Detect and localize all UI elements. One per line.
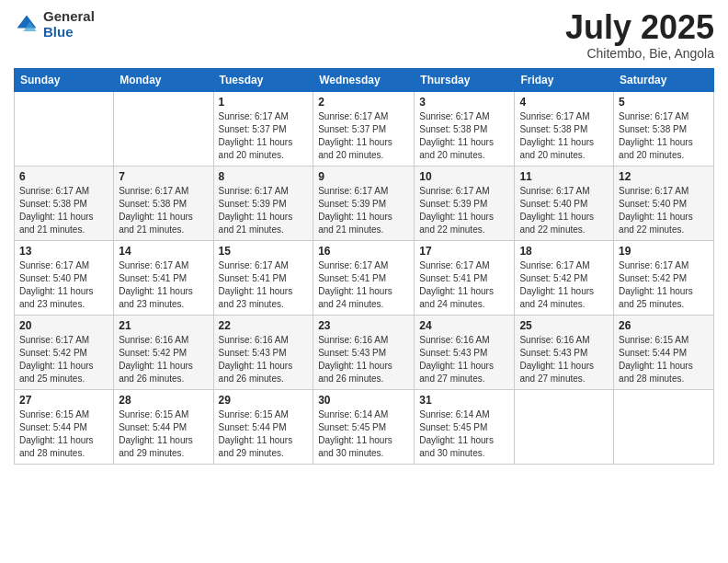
day-number: 29 [219, 394, 309, 407]
logo: General Blue [14, 9, 95, 40]
day-cell: 8Sunrise: 6:17 AMSunset: 5:39 PMDaylight… [213, 166, 313, 240]
day-number: 30 [318, 394, 409, 407]
header: General Blue July 2025 Chitembo, Bie, An… [14, 9, 714, 61]
day-info: Sunrise: 6:17 AMSunset: 5:42 PMDaylight:… [619, 259, 709, 311]
day-number: 4 [519, 96, 609, 109]
day-number: 5 [619, 96, 709, 109]
day-info: Sunrise: 6:14 AMSunset: 5:45 PMDaylight:… [419, 408, 509, 460]
day-cell: 9Sunrise: 6:17 AMSunset: 5:39 PMDaylight… [313, 166, 415, 240]
day-cell: 24Sunrise: 6:16 AMSunset: 5:43 PMDayligh… [415, 315, 515, 389]
day-number: 7 [119, 170, 208, 183]
day-info: Sunrise: 6:17 AMSunset: 5:37 PMDaylight:… [219, 110, 309, 162]
week-row-5: 27Sunrise: 6:15 AMSunset: 5:44 PMDayligh… [15, 389, 714, 464]
day-number: 15 [219, 245, 309, 258]
day-number: 28 [119, 394, 208, 407]
day-info: Sunrise: 6:17 AMSunset: 5:39 PMDaylight:… [318, 185, 409, 236]
day-cell: 13Sunrise: 6:17 AMSunset: 5:40 PMDayligh… [15, 240, 114, 315]
day-number: 22 [219, 319, 309, 332]
day-cell: 20Sunrise: 6:17 AMSunset: 5:42 PMDayligh… [15, 315, 114, 389]
day-info: Sunrise: 6:17 AMSunset: 5:38 PMDaylight:… [619, 110, 709, 162]
col-thursday: Thursday [415, 68, 515, 91]
day-number: 19 [619, 245, 709, 258]
day-number: 27 [19, 394, 108, 407]
day-number: 14 [119, 245, 208, 258]
day-number: 10 [419, 170, 509, 183]
col-sunday: Sunday [15, 68, 114, 91]
day-number: 26 [619, 319, 709, 332]
day-cell: 7Sunrise: 6:17 AMSunset: 5:38 PMDaylight… [114, 166, 213, 240]
col-wednesday: Wednesday [313, 68, 415, 91]
day-cell: 27Sunrise: 6:15 AMSunset: 5:44 PMDayligh… [15, 389, 114, 464]
day-info: Sunrise: 6:17 AMSunset: 5:41 PMDaylight:… [219, 259, 309, 311]
day-info: Sunrise: 6:17 AMSunset: 5:38 PMDaylight:… [419, 110, 509, 162]
day-cell: 23Sunrise: 6:16 AMSunset: 5:43 PMDayligh… [313, 315, 415, 389]
day-info: Sunrise: 6:17 AMSunset: 5:41 PMDaylight:… [419, 259, 509, 311]
calendar-table: Sunday Monday Tuesday Wednesday Thursday… [14, 68, 714, 465]
day-cell: 26Sunrise: 6:15 AMSunset: 5:44 PMDayligh… [614, 315, 714, 389]
day-number: 9 [318, 170, 409, 183]
day-cell: 29Sunrise: 6:15 AMSunset: 5:44 PMDayligh… [213, 389, 313, 464]
day-cell: 6Sunrise: 6:17 AMSunset: 5:38 PMDaylight… [15, 166, 114, 240]
day-cell: 12Sunrise: 6:17 AMSunset: 5:40 PMDayligh… [614, 166, 714, 240]
day-info: Sunrise: 6:17 AMSunset: 5:41 PMDaylight:… [318, 259, 409, 311]
day-cell [515, 389, 614, 464]
day-info: Sunrise: 6:15 AMSunset: 5:44 PMDaylight:… [219, 408, 309, 460]
day-cell: 30Sunrise: 6:14 AMSunset: 5:45 PMDayligh… [313, 389, 415, 464]
day-number: 24 [419, 319, 509, 332]
day-cell: 31Sunrise: 6:14 AMSunset: 5:45 PMDayligh… [415, 389, 515, 464]
day-number: 17 [419, 245, 509, 258]
day-number: 1 [219, 96, 309, 109]
day-info: Sunrise: 6:17 AMSunset: 5:40 PMDaylight:… [619, 185, 709, 236]
page: General Blue July 2025 Chitembo, Bie, An… [0, 0, 728, 563]
main-title: July 2025 [565, 9, 714, 46]
day-info: Sunrise: 6:16 AMSunset: 5:43 PMDaylight:… [318, 334, 409, 385]
day-cell [15, 91, 114, 166]
day-info: Sunrise: 6:17 AMSunset: 5:40 PMDaylight:… [519, 185, 609, 236]
day-info: Sunrise: 6:17 AMSunset: 5:38 PMDaylight:… [119, 185, 208, 236]
day-number: 6 [19, 170, 108, 183]
day-info: Sunrise: 6:15 AMSunset: 5:44 PMDaylight:… [619, 334, 709, 385]
logo-icon [14, 12, 40, 38]
day-cell: 17Sunrise: 6:17 AMSunset: 5:41 PMDayligh… [415, 240, 515, 315]
day-number: 8 [219, 170, 309, 183]
svg-marker-0 [17, 15, 37, 28]
day-cell: 19Sunrise: 6:17 AMSunset: 5:42 PMDayligh… [614, 240, 714, 315]
week-row-2: 6Sunrise: 6:17 AMSunset: 5:38 PMDaylight… [15, 166, 714, 240]
day-info: Sunrise: 6:16 AMSunset: 5:43 PMDaylight:… [519, 334, 609, 385]
day-cell: 14Sunrise: 6:17 AMSunset: 5:41 PMDayligh… [114, 240, 213, 315]
day-number: 21 [119, 319, 208, 332]
week-row-4: 20Sunrise: 6:17 AMSunset: 5:42 PMDayligh… [15, 315, 714, 389]
day-info: Sunrise: 6:17 AMSunset: 5:40 PMDaylight:… [19, 259, 108, 311]
day-cell: 15Sunrise: 6:17 AMSunset: 5:41 PMDayligh… [213, 240, 313, 315]
day-info: Sunrise: 6:16 AMSunset: 5:42 PMDaylight:… [119, 334, 208, 385]
day-cell: 18Sunrise: 6:17 AMSunset: 5:42 PMDayligh… [515, 240, 614, 315]
day-cell: 10Sunrise: 6:17 AMSunset: 5:39 PMDayligh… [415, 166, 515, 240]
day-info: Sunrise: 6:14 AMSunset: 5:45 PMDaylight:… [318, 408, 409, 460]
day-info: Sunrise: 6:17 AMSunset: 5:39 PMDaylight:… [419, 185, 509, 236]
day-info: Sunrise: 6:16 AMSunset: 5:43 PMDaylight:… [419, 334, 509, 385]
day-cell: 3Sunrise: 6:17 AMSunset: 5:38 PMDaylight… [415, 91, 515, 166]
day-number: 12 [619, 170, 709, 183]
day-info: Sunrise: 6:17 AMSunset: 5:38 PMDaylight:… [519, 110, 609, 162]
day-info: Sunrise: 6:15 AMSunset: 5:44 PMDaylight:… [19, 408, 108, 460]
day-info: Sunrise: 6:17 AMSunset: 5:37 PMDaylight:… [318, 110, 409, 162]
day-number: 3 [419, 96, 509, 109]
subtitle: Chitembo, Bie, Angola [565, 46, 714, 61]
day-cell: 2Sunrise: 6:17 AMSunset: 5:37 PMDaylight… [313, 91, 415, 166]
day-number: 2 [318, 96, 409, 109]
col-tuesday: Tuesday [213, 68, 313, 91]
day-number: 16 [318, 245, 409, 258]
week-row-1: 1Sunrise: 6:17 AMSunset: 5:37 PMDaylight… [15, 91, 714, 166]
day-cell: 22Sunrise: 6:16 AMSunset: 5:43 PMDayligh… [213, 315, 313, 389]
logo-blue-text: Blue [43, 25, 95, 40]
day-cell: 1Sunrise: 6:17 AMSunset: 5:37 PMDaylight… [213, 91, 313, 166]
day-cell [114, 91, 213, 166]
col-saturday: Saturday [614, 68, 714, 91]
day-number: 11 [519, 170, 609, 183]
title-block: July 2025 Chitembo, Bie, Angola [565, 9, 714, 61]
day-cell: 4Sunrise: 6:17 AMSunset: 5:38 PMDaylight… [515, 91, 614, 166]
day-cell: 25Sunrise: 6:16 AMSunset: 5:43 PMDayligh… [515, 315, 614, 389]
day-cell: 21Sunrise: 6:16 AMSunset: 5:42 PMDayligh… [114, 315, 213, 389]
week-row-3: 13Sunrise: 6:17 AMSunset: 5:40 PMDayligh… [15, 240, 714, 315]
day-info: Sunrise: 6:17 AMSunset: 5:42 PMDaylight:… [19, 334, 108, 385]
